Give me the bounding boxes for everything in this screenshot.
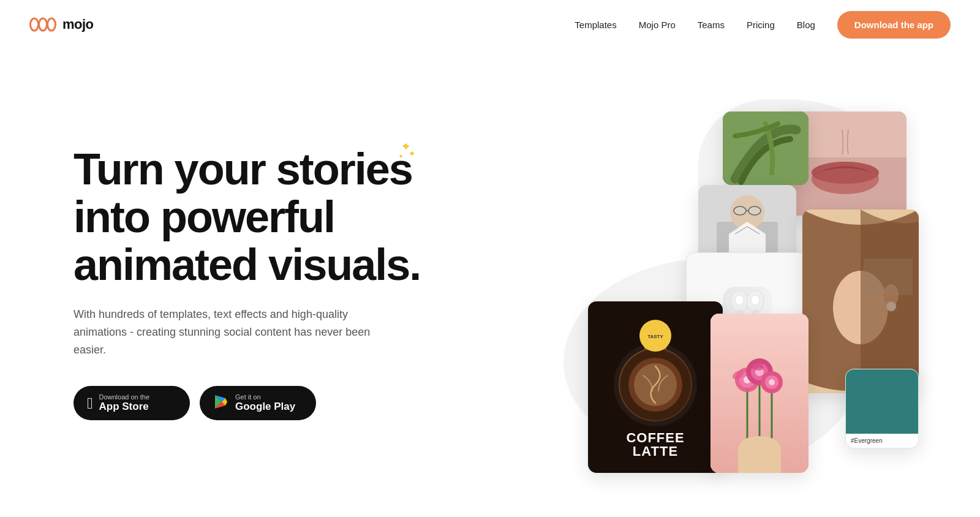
app-store-sublabel: Download on the <box>99 393 150 401</box>
google-play-button[interactable]: Get it on Google Play <box>200 386 316 420</box>
svg-point-43 <box>769 379 775 385</box>
swatch-label: #Evergreen <box>846 434 918 448</box>
hero-title: Turn your stories into powerfulanimated … <box>74 146 420 289</box>
nav-templates[interactable]: Templates <box>575 20 616 30</box>
svg-point-13 <box>748 206 761 215</box>
swatch-color-block <box>846 369 918 434</box>
nav-mojo-pro[interactable]: Mojo Pro <box>639 20 676 30</box>
card-swatch: #Evergreen <box>845 369 919 448</box>
card-woman <box>802 209 919 393</box>
app-store-button[interactable]:  Download on the App Store <box>74 386 190 420</box>
mojo-logo-icon <box>29 17 56 32</box>
svg-point-2 <box>48 18 56 31</box>
card-woman-svg <box>802 209 919 393</box>
stories-decoration-icon <box>394 141 418 165</box>
nav-teams[interactable]: Teams <box>698 20 725 30</box>
hero-subtitle: With hundreds of templates, text effects… <box>74 306 392 358</box>
mojo-svg-icon <box>29 17 56 32</box>
coffee-badge: TASTY <box>639 320 671 352</box>
hero-section: Turn your stories into powerfulanimated … <box>0 49 980 517</box>
hero-left: Turn your stories into powerfulanimated … <box>74 146 420 420</box>
google-play-icon <box>213 394 229 412</box>
hero-buttons:  Download on the App Store <box>74 386 420 420</box>
hero-collage: $49 <box>576 87 931 479</box>
stories-word: stories <box>276 146 412 194</box>
svg-point-19 <box>751 295 760 305</box>
coffee-title: COFFEE LATTE <box>626 431 684 458</box>
nav-links: Templates Mojo Pro Teams Pricing Blog Do… <box>575 11 951 39</box>
app-store-label: App Store <box>99 401 150 413</box>
google-play-sublabel: Get it on <box>235 393 295 401</box>
card-flowers-svg <box>710 314 809 473</box>
card-palm-svg <box>723 111 809 185</box>
google-play-label: Google Play <box>235 401 295 413</box>
svg-text:TASTY: TASTY <box>647 334 663 339</box>
svg-point-6 <box>812 162 879 184</box>
logo-area[interactable]: mojo <box>29 17 94 32</box>
nav-pricing[interactable]: Pricing <box>747 20 775 30</box>
svg-point-1 <box>39 18 47 31</box>
nav-blog[interactable]: Blog <box>797 20 815 30</box>
logo-text: mojo <box>62 17 94 32</box>
card-flowers <box>710 314 809 473</box>
svg-point-0 <box>31 18 39 31</box>
svg-point-12 <box>734 206 746 215</box>
download-app-button[interactable]: Download the app <box>837 11 951 39</box>
google-play-text: Get it on Google Play <box>235 393 295 413</box>
apple-icon:  <box>87 395 93 411</box>
navbar: mojo Templates Mojo Pro Teams Pricing Bl… <box>0 0 980 49</box>
app-store-text: Download on the App Store <box>99 393 150 413</box>
svg-point-16 <box>735 295 744 305</box>
card-palm <box>723 111 809 185</box>
card-coffee: TASTY COFFEE LATTE <box>588 301 723 473</box>
coffee-latte-visual <box>619 348 692 421</box>
